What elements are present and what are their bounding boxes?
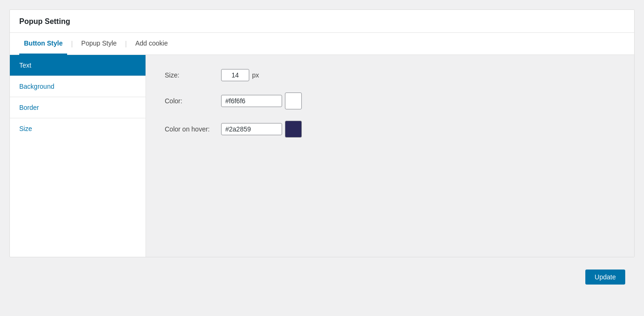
color-hover-row: Color on hover:: [165, 121, 615, 138]
tab-add-cookie[interactable]: Add cookie: [130, 33, 172, 55]
size-row: Size: px: [165, 69, 615, 81]
tab-divider-2: |: [122, 40, 131, 47]
update-button[interactable]: Update: [585, 270, 625, 285]
page-wrapper: Popup Setting Button Style | Popup Style…: [9, 9, 635, 307]
page-title: Popup Setting: [19, 17, 625, 26]
footer-bar: Update: [9, 262, 635, 292]
sidebar: Text Background Border Size: [10, 55, 146, 257]
tabs-bar: Button Style | Popup Style | Add cookie: [10, 33, 634, 55]
size-input[interactable]: [221, 69, 249, 81]
color-row: Color:: [165, 92, 615, 109]
tab-button-style[interactable]: Button Style: [19, 33, 67, 55]
card-header: Popup Setting: [10, 10, 634, 33]
size-label: Size:: [165, 71, 221, 79]
tab-divider-1: |: [67, 40, 77, 47]
tab-popup-style[interactable]: Popup Style: [77, 33, 122, 55]
px-label: px: [252, 71, 259, 79]
sidebar-item-background[interactable]: Background: [10, 76, 146, 97]
main-content: Size: px Color: Color on hover:: [146, 55, 634, 257]
sidebar-item-text[interactable]: Text: [10, 55, 146, 76]
color-hover-label: Color on hover:: [165, 125, 221, 133]
color-hover-input[interactable]: [221, 123, 282, 135]
color-swatch-white[interactable]: [285, 92, 302, 109]
content-area: Text Background Border Size Size: px Col…: [10, 55, 634, 257]
color-label: Color:: [165, 97, 221, 105]
color-swatch-dark[interactable]: [285, 121, 302, 138]
color-input[interactable]: [221, 95, 282, 107]
sidebar-item-border[interactable]: Border: [10, 97, 146, 118]
settings-card: Popup Setting Button Style | Popup Style…: [9, 9, 635, 257]
sidebar-item-size[interactable]: Size: [10, 118, 146, 139]
